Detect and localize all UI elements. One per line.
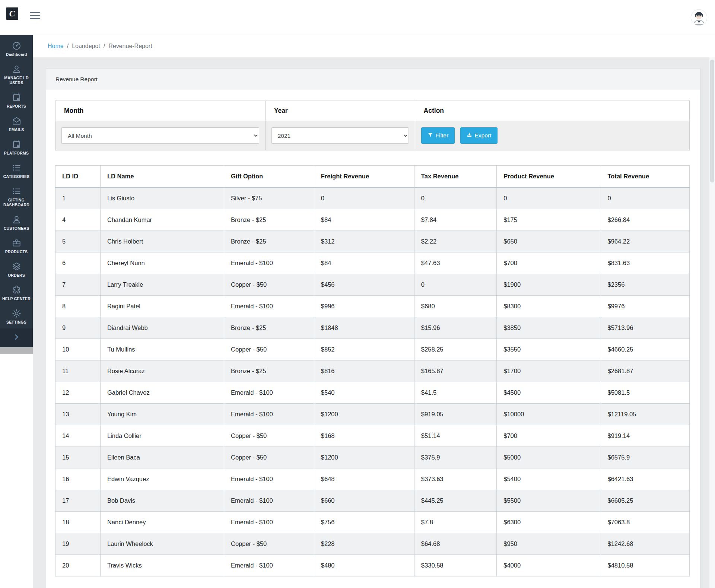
sidebar-expand-button[interactable]	[0, 328, 33, 347]
table-cell: Emerald - $100	[224, 252, 314, 274]
table-cell: Laurin Wheelock	[100, 533, 224, 555]
table-cell: Bronze - $25	[224, 317, 314, 339]
column-header-total-revenue: Total Revenue	[601, 166, 689, 188]
list-icon	[12, 163, 22, 173]
table-cell: 9	[55, 317, 101, 339]
table-cell: Emerald - $100	[224, 296, 314, 317]
table-cell: $831.63	[601, 252, 689, 274]
table-cell: Emerald - $100	[224, 490, 314, 512]
sidebar-item-orders[interactable]: ORDERS	[0, 258, 33, 282]
sidebar-item-emails[interactable]: EMAILS	[0, 112, 33, 136]
table-cell: $84	[314, 209, 414, 231]
sidebar-item-label: CATEGORIES	[3, 174, 30, 179]
table-cell: Travis Wicks	[100, 555, 224, 576]
month-select[interactable]: All Month	[61, 127, 259, 144]
table-cell: $816	[314, 360, 414, 382]
breadcrumb: Home/Loandepot/Revenue-Report	[33, 35, 715, 57]
top-header: C	[0, 0, 715, 35]
month-column-label: Month	[55, 101, 266, 121]
table-cell: Tu Mullins	[100, 339, 224, 360]
table-cell: $680	[414, 296, 496, 317]
calendar-icon	[12, 139, 22, 149]
table-cell: $12119.05	[601, 404, 689, 425]
user-avatar[interactable]	[691, 9, 707, 26]
breadcrumb-item-loandepot: Loandepot	[72, 43, 100, 50]
table-cell: 0	[314, 187, 414, 209]
column-header-ld-name: LD Name	[100, 166, 224, 188]
sidebar-scrollbar[interactable]	[0, 347, 33, 354]
sidebar-item-dashboard[interactable]: Dashboard	[0, 37, 33, 61]
filter-funnel-icon	[428, 132, 433, 139]
table-cell: Young Kim	[100, 404, 224, 425]
filter-button-label: Filter	[436, 132, 448, 139]
table-cell: 0	[414, 187, 496, 209]
table-row: 17Bob DavisEmerald - $100$660$445.25$550…	[55, 490, 690, 512]
export-button[interactable]: Export	[460, 127, 498, 144]
table-cell: $7.8	[414, 512, 496, 533]
table-cell: Eileen Baca	[100, 447, 224, 468]
table-cell: 6	[55, 252, 101, 274]
menu-toggle-icon[interactable]	[30, 12, 40, 21]
filter-panel: Month Year Action All Month	[55, 101, 690, 150]
briefcase-icon	[12, 238, 22, 248]
table-cell: Silver - $75	[224, 187, 314, 209]
table-cell: Emerald - $100	[224, 512, 314, 533]
table-cell: $84	[314, 252, 414, 274]
table-cell: $919.14	[601, 425, 689, 447]
table-cell: Ragini Patel	[100, 296, 224, 317]
sidebar-item-reports[interactable]: REPORTS	[0, 89, 33, 112]
breadcrumb-item-revenue-report: Revenue-Report	[108, 43, 152, 50]
table-cell: 14	[55, 425, 101, 447]
table-cell: $2.22	[414, 231, 496, 252]
page-scrollbar-thumb[interactable]	[710, 60, 714, 182]
sidebar-item-label: HELP CENTER	[2, 296, 31, 301]
breadcrumb-item-home[interactable]: Home	[48, 43, 64, 50]
table-cell: Emerald - $100	[224, 555, 314, 576]
table-row: 16Edwin VazquezEmerald - $100$648$373.63…	[55, 468, 690, 490]
table-cell: $8300	[497, 296, 601, 317]
sidebar-item-customers[interactable]: CUSTOMERS	[0, 211, 33, 235]
table-row: 14Linda CollierCopper - $50$168$51.14$70…	[55, 425, 690, 447]
user-icon	[12, 214, 22, 225]
sidebar-item-products[interactable]: PRODUCTS	[0, 235, 33, 258]
table-cell: 5	[55, 231, 101, 252]
sidebar: DashboardMANAGE LD USERSREPORTSEMAILSPLA…	[0, 35, 33, 588]
table-cell: 10	[55, 339, 101, 360]
table-cell: $996	[314, 296, 414, 317]
table-cell: 15	[55, 447, 101, 468]
sidebar-item-label: CUSTOMERS	[4, 226, 29, 231]
sidebar-item-manage-ld-users[interactable]: MANAGE LD USERS	[0, 61, 33, 89]
table-cell: 0	[601, 187, 689, 209]
table-cell: 19	[55, 533, 101, 555]
sidebar-item-label: SETTINGS	[6, 320, 26, 325]
table-cell: $5400	[497, 468, 601, 490]
table-row: 9Diandrai WebbBronze - $25$1848$15.96$38…	[55, 317, 690, 339]
table-cell: $950	[497, 533, 601, 555]
gauge-icon	[12, 41, 22, 51]
table-cell: 18	[55, 512, 101, 533]
table-cell: $964.22	[601, 231, 689, 252]
sidebar-item-settings[interactable]: SETTINGS	[0, 305, 33, 328]
table-cell: $5081.5	[601, 382, 689, 404]
table-cell: Copper - $50	[224, 425, 314, 447]
download-icon	[467, 132, 472, 139]
app-logo[interactable]: C	[6, 7, 18, 20]
table-row: 19Laurin WheelockCopper - $50$228$64.68$…	[55, 533, 690, 555]
filter-button[interactable]: Filter	[421, 127, 455, 144]
year-select[interactable]: 2021	[271, 127, 409, 144]
table-cell: 8	[55, 296, 101, 317]
table-cell: $266.84	[601, 209, 689, 231]
sidebar-item-help-center[interactable]: HELP CENTER	[0, 282, 33, 305]
puzzle-icon	[12, 285, 22, 295]
sidebar-item-gifting-dashboard[interactable]: GIFTING DASHBOARD	[0, 183, 33, 211]
table-cell: $1200	[314, 404, 414, 425]
revenue-report-card: Revenue Report Month Year Action	[46, 68, 700, 588]
page-scrollbar[interactable]	[709, 57, 715, 588]
sidebar-item-platforms[interactable]: PLATFORMS	[0, 136, 33, 159]
table-cell: $6575.9	[601, 447, 689, 468]
calendar-icon	[12, 92, 22, 102]
table-cell: $1700	[497, 360, 601, 382]
export-button-label: Export	[475, 132, 492, 139]
avatar-illustration	[691, 10, 707, 25]
sidebar-item-categories[interactable]: CATEGORIES	[0, 159, 33, 183]
